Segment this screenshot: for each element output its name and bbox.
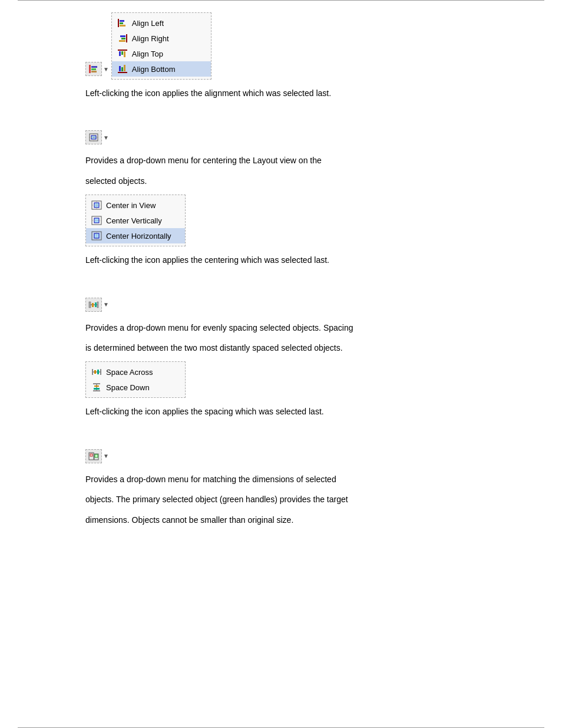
space-icon-svg bbox=[88, 300, 99, 309]
space-toolbar-icon: ▼ bbox=[85, 298, 109, 312]
align-bottom-label: Align Bottom bbox=[132, 65, 176, 74]
align-section: ▼ Align Left bbox=[85, 12, 477, 100]
space-across-label: Space Across bbox=[106, 368, 153, 377]
svg-rect-56 bbox=[90, 454, 92, 456]
center-in-view-icon bbox=[91, 199, 103, 211]
svg-rect-3 bbox=[91, 71, 97, 73]
center-vertically-label: Center Vertically bbox=[106, 216, 162, 225]
svg-rect-6 bbox=[120, 22, 123, 24]
svg-rect-51 bbox=[93, 390, 100, 391]
align-left-icon bbox=[117, 17, 128, 29]
svg-rect-58 bbox=[95, 454, 98, 457]
match-description-2: objects. The primary selected object (gr… bbox=[85, 493, 477, 506]
space-down-label: Space Down bbox=[106, 383, 150, 392]
center-icon-svg bbox=[88, 133, 99, 142]
center-section: ▼ Provides a drop-down menu for centerin… bbox=[85, 118, 477, 266]
match-icon-box bbox=[85, 449, 102, 463]
align-icon-box bbox=[85, 62, 102, 76]
svg-rect-4 bbox=[118, 19, 119, 27]
center-dropdown-menu: Center in View Center Vertically bbox=[85, 195, 186, 246]
svg-rect-44 bbox=[100, 369, 101, 375]
center-description-1: Provides a drop-down menu for centering … bbox=[85, 154, 477, 167]
content-area: ▼ Align Left bbox=[0, 1, 562, 727]
center-horizontally-icon bbox=[91, 230, 103, 242]
center-icon-box bbox=[85, 130, 102, 144]
svg-rect-11 bbox=[119, 40, 125, 42]
space-section: ▼ Provides a drop-down menu for evenly s… bbox=[85, 286, 477, 419]
align-icon-svg bbox=[88, 64, 99, 74]
align-toolbar-icon: ▼ bbox=[85, 62, 109, 76]
center-toolbar-icon: ▼ bbox=[85, 130, 109, 144]
svg-rect-8 bbox=[126, 34, 127, 42]
svg-rect-19 bbox=[124, 65, 125, 71]
svg-rect-17 bbox=[119, 66, 121, 71]
svg-rect-10 bbox=[121, 38, 125, 39]
align-top-label: Align Top bbox=[132, 50, 163, 58]
svg-rect-48 bbox=[93, 383, 100, 384]
svg-rect-7 bbox=[120, 25, 125, 27]
space-down-icon bbox=[91, 381, 103, 393]
svg-rect-50 bbox=[94, 388, 100, 390]
align-top-menu-item[interactable]: Align Top bbox=[112, 46, 211, 61]
svg-rect-0 bbox=[89, 65, 91, 73]
svg-rect-49 bbox=[94, 386, 99, 387]
center-dropdown-arrow[interactable]: ▼ bbox=[103, 134, 109, 141]
center-in-view-item[interactable]: Center in View bbox=[86, 197, 185, 213]
svg-rect-34 bbox=[89, 302, 91, 308]
align-left-menu-item[interactable]: Align Left bbox=[112, 15, 211, 31]
space-description-1: Provides a drop-down menu for evenly spa… bbox=[85, 321, 477, 334]
align-right-menu-item[interactable]: Align Right bbox=[112, 31, 211, 46]
svg-rect-5 bbox=[120, 20, 124, 22]
center-description-3: Left-clicking the icon applies the cente… bbox=[85, 253, 477, 266]
align-top-icon bbox=[117, 48, 128, 60]
align-bottom-menu-item[interactable]: Align Bottom bbox=[112, 61, 211, 77]
align-bottom-icon bbox=[117, 63, 128, 75]
match-section: ▼ Provides a drop-down menu for matching… bbox=[85, 437, 477, 526]
center-in-view-label: Center in View bbox=[106, 201, 156, 210]
center-horizontally-item[interactable]: Center Horizontally bbox=[86, 228, 185, 243]
page-container: ▼ Align Left bbox=[0, 0, 562, 728]
space-dropdown-arrow[interactable]: ▼ bbox=[103, 301, 109, 308]
center-vertically-item[interactable]: Center Vertically bbox=[86, 213, 185, 228]
center-horizontally-label: Center Horizontally bbox=[106, 232, 171, 241]
svg-rect-9 bbox=[120, 35, 125, 37]
svg-rect-1 bbox=[91, 66, 97, 68]
space-icon-box bbox=[85, 298, 102, 312]
align-right-icon bbox=[117, 32, 128, 44]
svg-rect-42 bbox=[94, 370, 96, 374]
match-description-3: dimensions. Objects cannot be smaller th… bbox=[85, 513, 477, 526]
match-icon-svg bbox=[88, 452, 99, 461]
space-dropdown-menu: Space Across Space bbox=[85, 361, 186, 398]
svg-rect-37 bbox=[97, 302, 98, 308]
svg-rect-18 bbox=[121, 67, 123, 71]
align-description: Left-clicking the icon applies the align… bbox=[85, 87, 477, 100]
svg-rect-14 bbox=[121, 51, 123, 55]
space-description-3: Left-clicking the icon applies the spaci… bbox=[85, 405, 477, 418]
svg-rect-16 bbox=[118, 72, 127, 73]
svg-rect-2 bbox=[91, 68, 96, 70]
svg-rect-36 bbox=[95, 302, 97, 307]
svg-rect-43 bbox=[97, 370, 99, 374]
svg-rect-15 bbox=[124, 51, 125, 57]
align-left-label: Align Left bbox=[132, 19, 164, 28]
align-dropdown-arrow[interactable]: ▼ bbox=[103, 66, 109, 73]
space-down-item[interactable]: Space Down bbox=[86, 380, 185, 395]
match-dropdown-arrow[interactable]: ▼ bbox=[103, 453, 109, 459]
space-description-2: is determined between the two most dista… bbox=[85, 341, 477, 354]
match-toolbar-icon: ▼ bbox=[85, 449, 109, 463]
align-dropdown-menu: Align Left Align Right bbox=[111, 12, 211, 80]
svg-rect-35 bbox=[92, 303, 94, 307]
space-across-item[interactable]: Space Across bbox=[86, 364, 185, 380]
svg-rect-41 bbox=[92, 369, 93, 375]
center-description-2: selected objects. bbox=[85, 174, 477, 187]
svg-rect-13 bbox=[119, 51, 121, 56]
align-right-label: Align Right bbox=[132, 34, 169, 43]
svg-rect-12 bbox=[118, 50, 127, 51]
center-vertically-icon bbox=[91, 215, 103, 226]
space-across-icon bbox=[91, 366, 103, 378]
match-description-1: Provides a drop-down menu for matching t… bbox=[85, 473, 477, 486]
